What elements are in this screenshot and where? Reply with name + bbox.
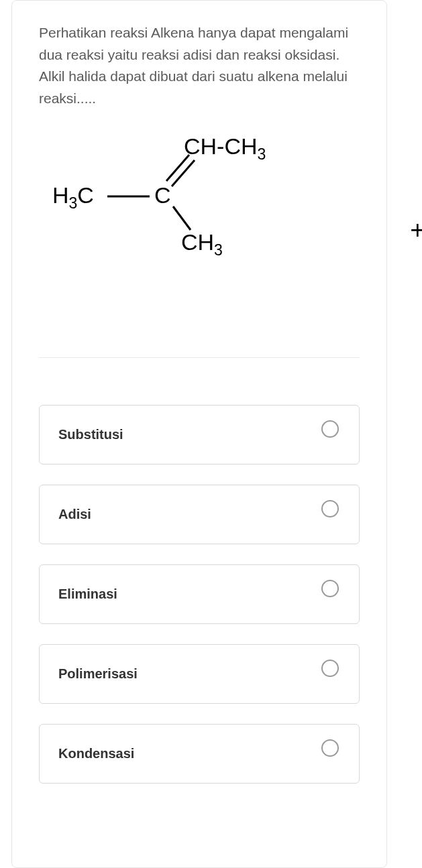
svg-text:CH3: CH3 — [181, 229, 223, 259]
option-kondensasi[interactable]: Kondensasi — [39, 724, 360, 784]
radio-icon — [321, 420, 339, 438]
radio-icon — [321, 580, 339, 597]
option-polimerisasi[interactable]: Polimerisasi — [39, 644, 360, 704]
plus-reaction-fragment: + — [410, 216, 422, 245]
option-label: Eliminasi — [58, 586, 117, 602]
question-text: Perhatikan reaksi Alkena hanya dapat men… — [39, 22, 360, 109]
svg-text:H3C: H3C — [52, 182, 94, 212]
radio-icon — [321, 660, 339, 677]
option-label: Polimerisasi — [58, 666, 138, 682]
option-label: Adisi — [58, 507, 91, 522]
option-adisi[interactable]: Adisi — [39, 485, 360, 544]
svg-text:C: C — [154, 182, 171, 208]
option-substitusi[interactable]: Substitusi — [39, 405, 360, 464]
radio-icon — [321, 500, 339, 517]
section-divider — [39, 357, 360, 358]
option-label: Kondensasi — [58, 746, 134, 761]
svg-line-3 — [172, 160, 195, 186]
radio-icon — [321, 739, 339, 757]
question-card: Perhatikan reaksi Alkena hanya dapat men… — [11, 0, 387, 868]
chemical-structure: H3C C CH-CH3 CH3 — [39, 129, 360, 284]
molecule-svg: H3C C CH-CH3 CH3 — [52, 129, 307, 270]
svg-line-6 — [173, 206, 191, 230]
option-eliminasi[interactable]: Eliminasi — [39, 564, 360, 624]
svg-text:CH-CH3: CH-CH3 — [184, 133, 266, 163]
option-label: Substitusi — [58, 427, 123, 442]
